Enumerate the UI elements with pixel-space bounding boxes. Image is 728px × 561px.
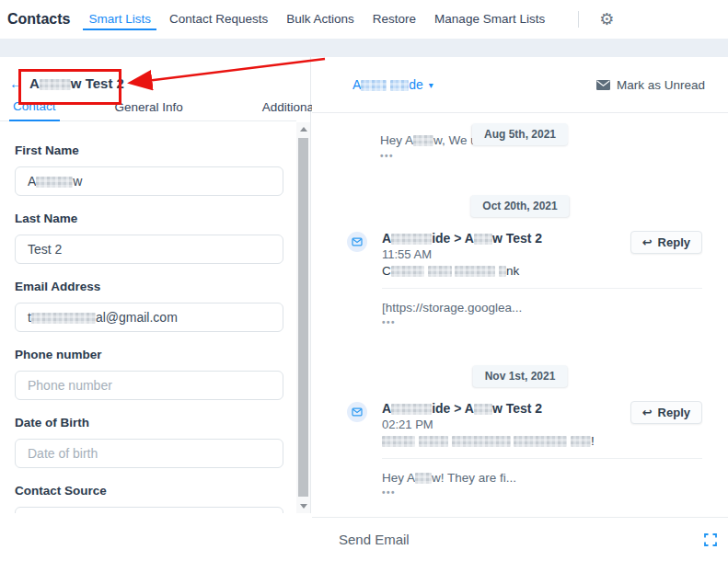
tab-smart-lists[interactable]: Smart Lists — [88, 0, 151, 39]
message-subject: ! — [382, 434, 630, 449]
top-nav: Contacts Smart Lists Contact Requests Bu… — [0, 0, 728, 39]
conversation-panel: A de ▾ Mark as Unread Aug 5th, 2021 Hey … — [312, 57, 728, 561]
page-background-band — [0, 39, 728, 57]
dob-input[interactable]: Date of birth — [15, 439, 283, 468]
mark-as-unread-label: Mark as Unread — [617, 78, 705, 92]
scrollbar-down-arrow-icon[interactable] — [296, 499, 310, 513]
show-more-dots[interactable]: ••• — [382, 317, 702, 327]
scrollbar-up-arrow-icon[interactable] — [296, 122, 310, 136]
last-name-label: Last Name — [15, 212, 283, 225]
expand-composer-icon[interactable] — [704, 533, 717, 546]
email-channel-icon — [347, 402, 367, 422]
email-message: Aide > Aw Test 2 02:21 PM ! ↩ Reply Hey … — [347, 401, 702, 498]
field-last-name: Last Name Test 2 — [15, 212, 283, 264]
email-input[interactable]: tal@gmail.com — [15, 303, 283, 332]
send-email-bar[interactable]: Send Email — [312, 517, 728, 561]
field-contact-source: Contact Source — [15, 485, 283, 513]
tab-manage-smart-lists[interactable]: Manage Smart Lists — [434, 0, 545, 39]
contact-title-row: ← Aw Test 2 — [0, 69, 124, 97]
date-separator-badge: Oct 20th, 2021 — [470, 195, 569, 217]
back-arrow-icon[interactable]: ← — [9, 75, 23, 91]
last-name-input[interactable]: Test 2 — [15, 235, 283, 264]
tab-contact[interactable]: Contact — [9, 99, 60, 121]
first-name-input[interactable]: Aw — [15, 166, 283, 196]
field-email: Email Address tal@gmail.com — [15, 280, 283, 332]
chevron-down-icon[interactable]: ▾ — [429, 80, 433, 90]
envelope-icon — [596, 80, 610, 90]
message-divider — [382, 288, 702, 289]
first-name-label: First Name — [15, 144, 283, 157]
phone-input[interactable]: Phone number — [15, 371, 283, 400]
contact-source-label: Contact Source — [15, 485, 283, 498]
message-time: 02:21 PM — [382, 418, 630, 432]
scrollbar-thumb[interactable] — [298, 138, 308, 497]
message-body-preview: [https://storage.googlea... — [382, 301, 702, 315]
conversation-contact-selector[interactable]: A de — [352, 77, 423, 92]
contact-panel-tabs: Contact General Info Additional Info — [0, 99, 296, 121]
field-dob: Date of Birth Date of birth — [15, 417, 283, 468]
phone-placeholder: Phone number — [28, 378, 112, 393]
dob-placeholder: Date of birth — [28, 446, 98, 461]
field-first-name: First Name Aw — [15, 144, 283, 196]
tab-contact-requests[interactable]: Contact Requests — [169, 0, 268, 39]
message-sender: Aide > Aw Test 2 — [382, 401, 630, 416]
send-email-label: Send Email — [339, 532, 410, 547]
reply-button[interactable]: ↩ Reply — [630, 231, 702, 254]
mark-as-unread-button[interactable]: Mark as Unread — [596, 78, 705, 92]
contacts-app-screen: Contacts Smart Lists Contact Requests Bu… — [0, 0, 728, 561]
tab-bulk-actions[interactable]: Bulk Actions — [286, 0, 354, 39]
reply-label: Reply — [658, 235, 690, 249]
contact-detail-panel: ← Aw Test 2 Contact General Info Additio… — [0, 57, 311, 513]
dob-label: Date of Birth — [15, 417, 283, 429]
reply-arrow-icon: ↩ — [642, 235, 653, 249]
reply-label: Reply — [658, 406, 690, 419]
contact-form: First Name Aw Last Name Test 2 Email Add… — [0, 122, 296, 513]
tab-general-info[interactable]: General Info — [111, 100, 187, 120]
reply-arrow-icon: ↩ — [642, 406, 653, 419]
email-message: Aide > Aw Test 2 11:55 AM C nk ↩ Reply [… — [347, 231, 702, 327]
email-channel-icon — [347, 232, 367, 252]
message-subject: C nk — [382, 264, 630, 279]
date-separator-badge: Nov 1st, 2021 — [473, 365, 568, 387]
show-more-dots[interactable]: ••• — [380, 151, 394, 161]
message-divider — [382, 458, 702, 459]
page-title: Contacts — [7, 11, 70, 28]
conversation-thread: Aug 5th, 2021 Hey Aw, We unc ••• Oct 20t… — [312, 113, 728, 517]
tab-restore[interactable]: Restore — [373, 0, 416, 39]
settings-gear-icon[interactable]: ⚙ — [599, 0, 614, 39]
message-sender: Aide > Aw Test 2 — [382, 231, 630, 246]
phone-label: Phone number — [15, 349, 283, 361]
date-separator-badge: Aug 5th, 2021 — [472, 123, 568, 145]
nav-divider — [578, 11, 579, 28]
reply-button[interactable]: ↩ Reply — [630, 401, 702, 424]
message-time: 11:55 AM — [382, 247, 630, 262]
form-scrollbar[interactable] — [296, 122, 310, 513]
show-more-dots[interactable]: ••• — [382, 487, 702, 498]
conversation-header: A de ▾ Mark as Unread — [312, 57, 728, 113]
contact-source-input[interactable] — [15, 507, 283, 513]
field-phone: Phone number Phone number — [15, 349, 283, 400]
email-label: Email Address — [15, 280, 283, 293]
contact-name-title: Aw Test 2 — [29, 75, 124, 91]
message-body-preview: Hey Aw! They are fi... — [382, 471, 702, 485]
